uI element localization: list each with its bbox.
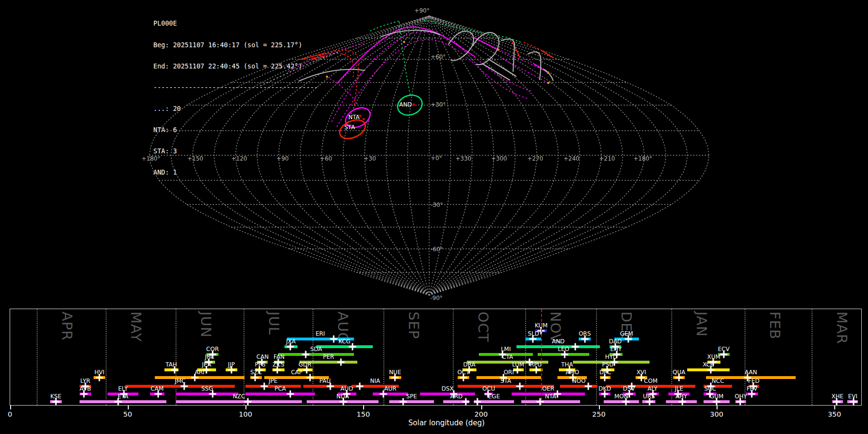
longitude-label: +150 bbox=[188, 155, 203, 162]
shower-label-XHE: XHE bbox=[831, 393, 843, 400]
shower-bar-JPE bbox=[245, 385, 301, 388]
month-gridline bbox=[106, 309, 107, 405]
shower-label-ORS: ORS bbox=[579, 331, 591, 337]
shower-label-LEO: LEO bbox=[558, 346, 570, 353]
shower-label-PER: PER bbox=[323, 354, 334, 360]
month-label: OCT bbox=[475, 312, 491, 342]
shower-bar-ETA bbox=[80, 400, 167, 403]
longitude-label: +300 bbox=[491, 155, 507, 162]
shower-bar-STA bbox=[458, 385, 554, 388]
shower-label-KSE: KSE bbox=[50, 393, 61, 400]
pole-label-south: -90° bbox=[430, 295, 443, 301]
axis-tick bbox=[10, 406, 11, 409]
current-sol-line bbox=[541, 309, 542, 406]
shower-label-CAM: CAM bbox=[150, 386, 163, 392]
shower-label-ALY: ALY bbox=[648, 386, 658, 392]
shower-label-ORI: ORI bbox=[503, 369, 514, 376]
shower-label-OCU: OCU bbox=[482, 386, 495, 392]
shower-label-ECV: ECV bbox=[718, 346, 730, 353]
drift-track bbox=[524, 42, 541, 50]
shower-label-ARI: ARI bbox=[195, 369, 204, 376]
shower-bar-SDA bbox=[278, 353, 353, 356]
month-gridline bbox=[37, 309, 38, 405]
shower-peak-marker bbox=[536, 398, 543, 406]
month-gridline bbox=[745, 309, 746, 405]
drift-track bbox=[399, 22, 410, 95]
shower-label-SSG: SSG bbox=[201, 386, 213, 392]
longitude-label: +180° bbox=[634, 155, 652, 162]
shower-label-GDR: GDR bbox=[298, 362, 312, 368]
shower-label-NUE: NUE bbox=[389, 369, 401, 376]
shower-label-FAN: FAN bbox=[273, 354, 285, 360]
shower-label-LYR: LYR bbox=[80, 378, 90, 384]
axis-tick bbox=[599, 406, 600, 409]
shower-label-GEM: GEM bbox=[620, 331, 633, 337]
drift-track bbox=[370, 21, 401, 31]
shower-peak-marker bbox=[337, 359, 344, 366]
shower-peak-marker bbox=[244, 398, 251, 406]
shower-label-XVI: XVI bbox=[637, 369, 646, 376]
shower-label-AAN: AAN bbox=[745, 369, 757, 376]
axis-tick bbox=[363, 406, 364, 409]
shower-peak-marker bbox=[516, 383, 524, 390]
shower-label-JEA: JEA bbox=[202, 362, 211, 368]
shower-label-NZC: NZC bbox=[233, 393, 245, 400]
shower-peak-marker bbox=[286, 391, 294, 398]
axis-tick bbox=[834, 406, 835, 409]
shower-label-OCT: OCT bbox=[457, 369, 469, 376]
shower-label-JXA: JXA bbox=[286, 339, 296, 345]
shower-peak-marker bbox=[307, 374, 314, 381]
radiant-label-STA: STA bbox=[344, 124, 355, 131]
month-gridline bbox=[596, 309, 597, 405]
month-gridline bbox=[812, 309, 813, 405]
shower-label-COR: COR bbox=[206, 346, 219, 353]
month-gridline bbox=[176, 309, 176, 405]
shower-peak-marker bbox=[474, 398, 481, 406]
track-endpoint bbox=[403, 41, 405, 43]
shower-bar-SSG bbox=[176, 393, 238, 395]
longitude-label: +210 bbox=[599, 155, 615, 162]
shower-label-JLE: JLE bbox=[675, 386, 683, 392]
drift-track bbox=[488, 59, 516, 76]
longitude-label: +30 bbox=[364, 155, 376, 162]
shower-label-PSU: PSU bbox=[602, 362, 613, 368]
shower-label-NTA: NTA bbox=[545, 393, 556, 400]
shower-peak-marker bbox=[302, 351, 309, 358]
shower-label-AUD: AUD bbox=[340, 386, 353, 392]
shower-label-NOO: NOO bbox=[572, 378, 585, 384]
month-label: JUN bbox=[198, 312, 214, 338]
axis-tick-label: 350 bbox=[828, 410, 841, 418]
shower-peak-marker bbox=[584, 383, 592, 390]
shower-label-AMO: AMO bbox=[566, 369, 579, 376]
shower-peak-marker bbox=[572, 343, 579, 351]
shower-label-DAD: DAD bbox=[609, 339, 622, 345]
drift-track bbox=[327, 77, 357, 104]
axis-tick-label: 100 bbox=[239, 410, 252, 418]
radiant-point bbox=[413, 104, 415, 106]
axis-tick-label: 150 bbox=[357, 410, 370, 418]
longitude-label: +90 bbox=[276, 155, 288, 162]
x-axis-label: Solar longitude (deg) bbox=[408, 419, 485, 427]
axis-tick-label: 250 bbox=[592, 410, 606, 418]
axis-tick bbox=[128, 406, 129, 409]
pole-label-north: +90° bbox=[414, 7, 429, 14]
shower-label-CAN: CAN bbox=[257, 354, 269, 360]
month-label: MAY bbox=[128, 312, 144, 342]
shower-label-OER: OER bbox=[542, 386, 554, 392]
shower-label-JMC: JMC bbox=[175, 378, 185, 384]
shower-label-ARD: ARD bbox=[450, 393, 462, 400]
shower-label-NDA: NDA bbox=[336, 393, 349, 400]
shower-peak-marker bbox=[462, 398, 469, 406]
shower-bar-JMC bbox=[125, 385, 235, 388]
radiant-point bbox=[359, 115, 361, 117]
month-label: APR bbox=[59, 312, 75, 340]
axis-tick-label: 200 bbox=[475, 410, 488, 418]
longitude-label: +180° bbox=[142, 155, 161, 162]
shower-label-PCA: PCA bbox=[274, 386, 286, 392]
shower-label-GUM: GUM bbox=[710, 393, 723, 400]
shower-peak-marker bbox=[356, 383, 364, 390]
shower-label-PPS: PPS bbox=[255, 362, 266, 368]
shower-label-AUR: AUR bbox=[384, 386, 396, 392]
shower-label-HVI: HVI bbox=[95, 369, 105, 376]
shower-label-JJP: JJP bbox=[228, 362, 235, 368]
